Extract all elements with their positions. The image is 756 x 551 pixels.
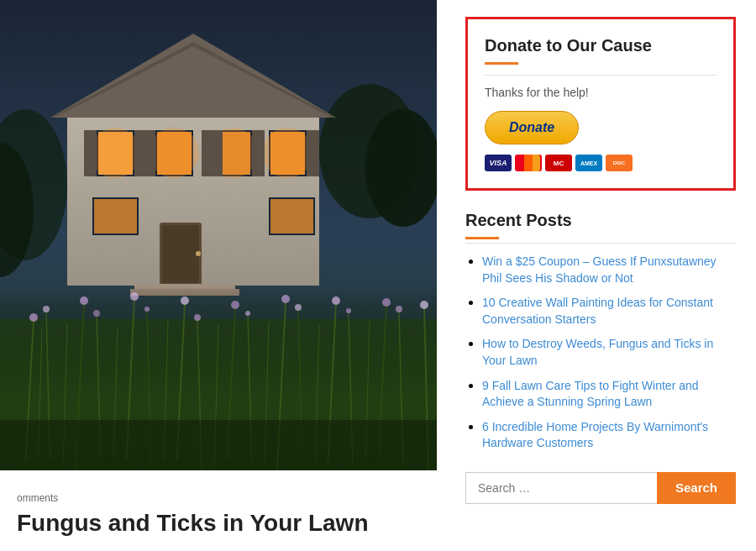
svg-point-69 bbox=[130, 292, 139, 301]
recent-posts-title: Recent Posts bbox=[465, 211, 736, 230]
list-item: Win a $25 Coupon – Guess If Punxsutawney… bbox=[482, 254, 736, 286]
svg-point-19 bbox=[149, 128, 199, 178]
svg-rect-33 bbox=[94, 199, 137, 234]
donate-divider bbox=[485, 62, 518, 65]
payment-icons: VISA MC AMEX DISC bbox=[485, 155, 633, 171]
list-item: 9 Fall Lawn Care Tips to Fight Winter an… bbox=[482, 378, 736, 411]
svg-point-81 bbox=[420, 301, 428, 309]
list-item: How to Destroy Weeds, Fungus and Ticks i… bbox=[482, 336, 736, 369]
svg-point-73 bbox=[231, 301, 239, 309]
sidebar: Donate to Our Cause Thanks for the help!… bbox=[445, 0, 756, 551]
search-button[interactable]: Search bbox=[657, 472, 736, 504]
svg-point-66 bbox=[43, 306, 50, 312]
svg-point-76 bbox=[295, 304, 302, 311]
svg-point-77 bbox=[332, 296, 340, 305]
post-link-3[interactable]: 9 Fall Lawn Care Tips to Fight Winter an… bbox=[482, 379, 699, 409]
svg-rect-30 bbox=[252, 130, 265, 176]
svg-point-72 bbox=[194, 314, 201, 321]
svg-point-18 bbox=[90, 128, 140, 178]
post-link-4[interactable]: 6 Incredible Home Projects By Warnimont'… bbox=[482, 420, 708, 450]
donate-hr bbox=[485, 75, 717, 76]
svg-rect-29 bbox=[210, 130, 223, 176]
svg-point-74 bbox=[245, 311, 250, 316]
svg-point-78 bbox=[346, 308, 351, 313]
svg-rect-27 bbox=[143, 130, 155, 176]
article-section: omments Fungus and Ticks in Your Lawn bbox=[0, 482, 437, 551]
svg-rect-35 bbox=[270, 199, 313, 234]
svg-rect-88 bbox=[0, 420, 437, 470]
list-item: 10 Creative Wall Painting Ideas for Cons… bbox=[482, 295, 736, 328]
svg-rect-23 bbox=[162, 225, 199, 283]
post-link-0[interactable]: Win a $25 Coupon – Guess If Punxsutawney… bbox=[482, 255, 717, 285]
visa-icon: VISA bbox=[485, 155, 512, 171]
card-icon-red: MC bbox=[545, 155, 572, 171]
posts-hr bbox=[465, 243, 736, 244]
svg-point-65 bbox=[29, 313, 38, 322]
svg-point-70 bbox=[144, 307, 150, 312]
discover-icon: DISC bbox=[606, 155, 633, 171]
recent-posts-widget: Recent Posts Win a $25 Coupon – Guess If… bbox=[465, 211, 736, 452]
svg-point-21 bbox=[262, 128, 312, 178]
svg-point-80 bbox=[396, 306, 402, 312]
donate-thanks-text: Thanks for the help! bbox=[485, 86, 717, 99]
post-link-1[interactable]: 10 Creative Wall Painting Ideas for Cons… bbox=[482, 296, 713, 326]
list-item: 6 Incredible Home Projects By Warnimont'… bbox=[482, 419, 736, 452]
posts-list: Win a $25 Coupon – Guess If Punxsutawney… bbox=[465, 254, 736, 452]
svg-point-79 bbox=[382, 298, 391, 307]
svg-rect-31 bbox=[307, 130, 319, 176]
article-title: Fungus and Ticks in Your Lawn bbox=[17, 509, 420, 538]
svg-point-68 bbox=[93, 310, 100, 317]
post-link-2[interactable]: How to Destroy Weeds, Fungus and Ticks i… bbox=[482, 337, 713, 367]
donate-widget: Donate to Our Cause Thanks for the help!… bbox=[465, 17, 736, 191]
svg-point-67 bbox=[80, 296, 88, 305]
mastercard-icon bbox=[515, 155, 542, 171]
svg-point-75 bbox=[281, 295, 290, 303]
svg-point-24 bbox=[196, 251, 201, 256]
svg-point-71 bbox=[181, 296, 189, 305]
comments-label: omments bbox=[17, 492, 420, 504]
recent-posts-divider bbox=[465, 237, 499, 239]
donate-button[interactable]: Donate bbox=[485, 111, 579, 144]
search-widget: Search bbox=[465, 472, 736, 504]
hero-image bbox=[0, 0, 437, 470]
svg-rect-25 bbox=[84, 130, 97, 176]
donate-widget-title: Donate to Our Cause bbox=[485, 36, 717, 55]
search-form: Search bbox=[465, 472, 736, 504]
search-input[interactable] bbox=[465, 472, 657, 504]
donate-btn-container: Donate VISA MC AMEX DISC bbox=[485, 111, 717, 171]
amex-icon: AMEX bbox=[575, 155, 602, 171]
